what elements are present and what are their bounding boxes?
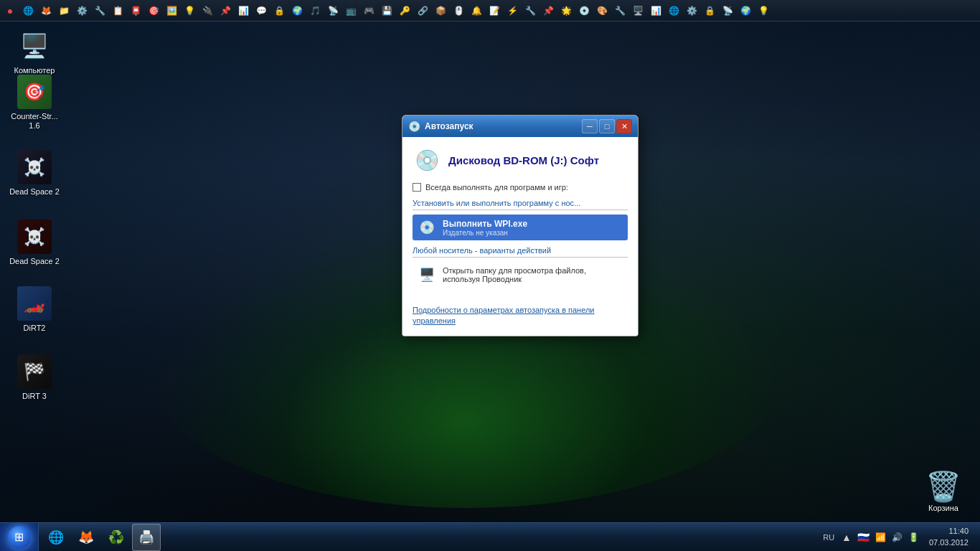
desktop-icon-dirt2[interactable]: 🏎️ DiRT2 [6,283,63,336]
dialog-folder-text: Открыть папку для просмотра файлов, испо… [443,266,586,283]
topbar-icon-21[interactable]: 💾 [378,1,395,20]
tray-arrow-icon[interactable]: ▲ [840,530,853,545]
dialog-folder-subtitle: используя Проводник [443,275,586,283]
counter-strike-label: Counter-Str...1.6 [11,112,57,131]
dialog-controls: ─ □ ✕ [582,119,632,133]
dialog-footer-link[interactable]: Подробности о параметрах автозапуска в п… [413,305,628,327]
topbar-icon-3[interactable]: 📁 [55,1,72,20]
topbar-icon-6[interactable]: 📋 [109,1,126,20]
dialog-checkbox-label: Всегда выполнять для программ и игр: [425,183,568,192]
desktop-icon-my-computer[interactable]: 🖥️ Компьютер [6,26,63,78]
topbar-icon-28[interactable]: ⚡ [504,1,521,20]
dirt3-label: DiRT 3 [22,392,47,401]
topbar-icon-15[interactable]: 🔒 [270,1,288,20]
tray-language[interactable]: RU [820,532,837,543]
recycle-bin-label: Корзина [928,504,958,512]
tray-volume-icon[interactable]: 🔊 [890,531,904,544]
dialog-title-icon: 💿 [408,121,420,132]
dialog-run-wpi-item[interactable]: 💿 Выполнить WPI.exe Издатель не указан [413,215,628,240]
clock-display[interactable]: 11:40 07.03.2012 [923,526,974,548]
dialog-footer: Подробности о параметрах автозапуска в п… [402,299,638,336]
recycle-bin-glyph: 🗑️ [925,470,961,504]
autoplay-dialog: 💿 Автозапуск ─ □ ✕ 💿 Дисковод BD-ROM (J:… [402,115,639,336]
topbar-icon-26[interactable]: 🔔 [468,1,485,20]
topbar-icon-33[interactable]: 🎨 [593,1,611,20]
topbar-icon-12[interactable]: 📌 [217,1,234,20]
dialog-folder-icon: 🖥️ [417,265,437,285]
topbar-icon-16[interactable]: 🌍 [288,1,306,20]
taskbar-recycle-button[interactable]: ♻️ [102,524,131,551]
topbar-icon-40[interactable]: 📡 [719,1,736,20]
topbar-icon-2[interactable]: 🦊 [37,1,55,20]
dialog-run-wpi-icon: 💿 [417,217,437,237]
topbar-icon-13[interactable]: 📊 [235,1,252,20]
topbar-icon-42[interactable]: 💡 [755,1,772,20]
taskbar-pinned-apps: 🌐 🦊 ♻️ 🖨️ [39,523,164,552]
dialog-open-folder-item[interactable]: 🖥️ Открыть папку для просмотра файлов, и… [413,262,628,288]
topbar-icon-4[interactable]: ⚙️ [73,1,90,20]
dialog-checkbox[interactable] [413,183,421,192]
desktop-icon-dirt3[interactable]: 🏁 DiRT 3 [6,352,63,404]
desktop-icon-dead-space-2[interactable]: ☠️ Dead Space 2 [6,217,63,269]
dialog-title-text: Автозапуск [425,121,582,131]
topbar-icon-36[interactable]: 📊 [647,1,664,20]
topbar-icon-30[interactable]: 📌 [540,1,557,20]
dialog-titlebar[interactable]: 💿 Автозапуск ─ □ ✕ [402,116,638,137]
clock-time: 11:40 [929,526,969,537]
start-button[interactable]: ⊞ [0,523,39,552]
dead-space-label: Dead Space 2 [9,187,60,197]
topbar-icon-1[interactable]: 🌐 [19,1,37,20]
topbar-icon-24[interactable]: 📦 [432,1,449,20]
recycle-bin-icon[interactable]: 🗑️ Корзина [918,467,969,515]
taskbar-ie-button[interactable]: 🌐 [42,524,70,551]
topbar-icon-38[interactable]: ⚙️ [683,1,700,20]
taskbar-printer-button[interactable]: 🖨️ [132,524,161,551]
dialog-minimize-button[interactable]: ─ [582,119,598,133]
topbar-icon-35[interactable]: 🖥️ [629,1,646,20]
desktop: ● 🌐 🦊 📁 ⚙️ 🔧 📋 📮 🎯 🖼️ 💡 🔌 📌 📊 💬 🔒 🌍 🎵 📡 … [0,0,980,551]
dead-space-icon: ☠️ [17,150,52,184]
desktop-icon-counter-strike[interactable]: 🎯 Counter-Str...1.6 [6,72,63,133]
my-computer-icon: 🖥️ [17,29,52,63]
tray-power-icon[interactable]: 🔋 [907,531,920,544]
topbar-icon-5[interactable]: 🔧 [91,1,108,20]
topbar-icon-31[interactable]: 🌟 [557,1,575,20]
dialog-drive-icon: 💿 [413,146,441,174]
dialog-checkbox-row[interactable]: Всегда выполнять для программ и игр: [413,183,628,192]
topbar-icon-37[interactable]: 🌐 [665,1,682,20]
topbar-icon-0[interactable]: ● [1,1,19,20]
topbar-icon-23[interactable]: 🔗 [414,1,431,20]
topbar-icon-18[interactable]: 📡 [324,1,341,20]
dirt2-icon: 🏎️ [17,286,52,321]
dialog-maximize-button[interactable]: □ [599,119,615,133]
topbar-icon-20[interactable]: 🎮 [360,1,377,20]
dialog-close-button[interactable]: ✕ [616,119,632,133]
topbar-icon-29[interactable]: 🔧 [522,1,539,20]
dialog-drive-title: Дисковод BD-ROM (J:) Софт [448,154,599,166]
topbar-icon-19[interactable]: 📺 [342,1,359,20]
topbar-icon-9[interactable]: 🖼️ [163,1,180,20]
dialog-run-wpi-title: Выполнить WPI.exe [443,219,623,229]
topbar-icon-41[interactable]: 🌍 [737,1,754,20]
topbar-icon-11[interactable]: 🔌 [199,1,216,20]
topbar-icon-10[interactable]: 💡 [181,1,198,20]
topbar-icon-17[interactable]: 🎵 [306,1,324,20]
system-tray: RU ▲ 🇷🇺 📶 🔊 🔋 11:40 07.03.2012 [814,523,980,552]
start-orb: ⊞ [8,526,31,549]
dead-space-2-label: Dead Space 2 [9,257,60,266]
topbar-icon-34[interactable]: 🔧 [611,1,628,20]
topbar-icon-39[interactable]: 🔒 [701,1,718,20]
topbar-icon-32[interactable]: 💿 [575,1,593,20]
desktop-icon-dead-space[interactable]: ☠️ Dead Space 2 [6,147,63,199]
topbar-icon-22[interactable]: 🔑 [396,1,413,20]
tray-network-icon[interactable]: 📶 [874,531,887,544]
topbar-icon-27[interactable]: 📝 [486,1,503,20]
dirt2-label: DiRT2 [24,324,46,333]
topbar-icon-25[interactable]: 🖱️ [450,1,467,20]
topbar-icon-8[interactable]: 🎯 [145,1,162,20]
dead-space-2-icon: ☠️ [17,220,52,254]
topbar-icon-14[interactable]: 💬 [253,1,270,20]
topbar-icon-7[interactable]: 📮 [127,1,144,20]
taskbar-firefox-button[interactable]: 🦊 [72,524,100,551]
clock-date: 07.03.2012 [929,537,969,548]
